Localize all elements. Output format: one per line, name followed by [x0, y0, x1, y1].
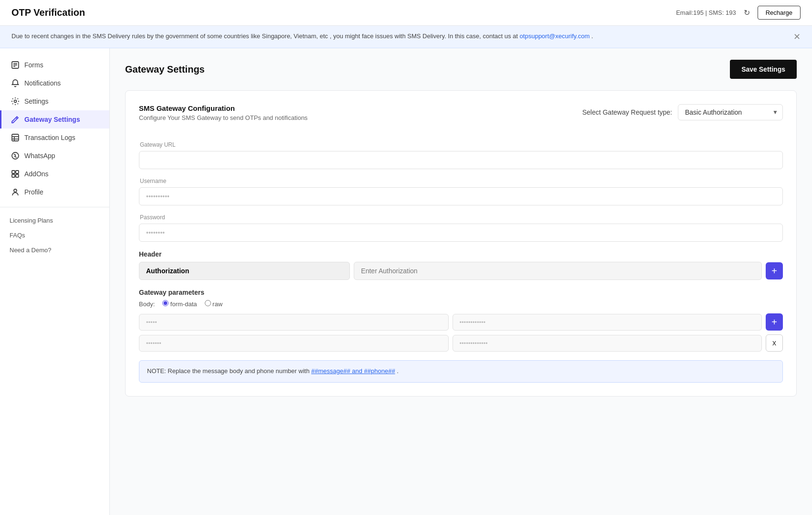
edit-icon — [11, 115, 20, 124]
sidebar-licensing-link[interactable]: Licensing Plans — [10, 213, 100, 228]
svg-point-4 — [14, 100, 17, 103]
header-row: + — [139, 262, 783, 280]
remove-param-button[interactable]: x — [766, 334, 783, 352]
sidebar-divider — [0, 207, 109, 207]
card-section-desc: Configure Your SMS Gateway to send OTPs … — [139, 114, 307, 121]
header-section-label: Header — [139, 250, 783, 258]
password-input[interactable] — [139, 224, 783, 242]
username-field: Username — [139, 178, 783, 205]
gateway-params-section: Gateway parameters Body: form-data raw + — [139, 289, 783, 352]
gateway-params-label: Gateway parameters — [139, 289, 783, 296]
sidebar-faqs-link[interactable]: FAQs — [10, 228, 100, 243]
profile-icon — [11, 188, 20, 196]
svg-rect-13 — [16, 174, 19, 177]
svg-point-14 — [14, 189, 17, 192]
addons-icon — [11, 170, 20, 178]
sidebar-notifications-label: Notifications — [24, 79, 61, 87]
sidebar-transaction-logs-label: Transaction Logs — [24, 134, 75, 141]
gateway-url-label: Gateway URL — [139, 141, 783, 148]
param-key-2[interactable] — [139, 335, 449, 352]
gateway-url-field: Gateway URL — [139, 141, 783, 169]
settings-icon — [11, 97, 20, 106]
svg-rect-10 — [12, 171, 15, 173]
form-data-radio[interactable] — [162, 300, 169, 306]
banner-message: Due to recent changes in the SMS Deliver… — [11, 32, 518, 40]
sidebar-item-profile[interactable]: Profile — [0, 183, 109, 201]
page-header: Gateway Settings Save Settings — [125, 60, 797, 79]
header-right: Email:195 | SMS: 193 ↻ Recharge — [676, 6, 801, 20]
svg-rect-5 — [12, 134, 19, 141]
note-suffix: . — [397, 367, 399, 375]
app-title: OTP Verification — [11, 7, 85, 18]
page-title: Gateway Settings — [125, 64, 205, 75]
raw-option[interactable]: raw — [205, 300, 223, 308]
sidebar-settings-label: Settings — [24, 97, 49, 105]
sidebar-bottom: Licensing Plans FAQs Need a Demo? — [0, 213, 109, 258]
card-header-row: SMS Gateway Configuration Configure Your… — [139, 104, 783, 130]
gateway-request-type-select[interactable]: Basic Authorization Bearer Token API Key… — [678, 104, 783, 120]
note-prefix: NOTE: Replace the message body and phone… — [147, 367, 309, 375]
save-settings-button[interactable]: Save Settings — [730, 60, 797, 79]
sidebar-item-whatsapp[interactable]: WhatsApp — [0, 147, 109, 165]
header-key-input[interactable] — [139, 262, 350, 280]
note-box: NOTE: Replace the message body and phone… — [139, 360, 783, 383]
banner-text: Due to recent changes in the SMS Deliver… — [11, 32, 593, 42]
sidebar-item-transaction-logs[interactable]: Transaction Logs — [0, 129, 109, 147]
sidebar-item-gateway-settings[interactable]: Gateway Settings — [0, 110, 109, 129]
sidebar-profile-label: Profile — [24, 188, 43, 196]
gateway-settings-card: SMS Gateway Configuration Configure Your… — [125, 90, 797, 397]
table-icon — [11, 133, 20, 142]
card-section-title: SMS Gateway Configuration — [139, 104, 307, 112]
sidebar: Forms Notifications Settings Gateway Set… — [0, 48, 110, 515]
sidebar-whatsapp-label: WhatsApp — [24, 152, 55, 160]
add-header-button[interactable]: + — [766, 262, 783, 279]
sidebar-item-notifications[interactable]: Notifications — [0, 74, 109, 92]
password-label: Password — [139, 214, 783, 221]
sidebar-forms-label: Forms — [24, 61, 43, 69]
add-param-button[interactable]: + — [766, 313, 783, 331]
param-val-2[interactable] — [453, 335, 762, 352]
sidebar-addons-label: AddOns — [24, 170, 49, 178]
sidebar-item-settings[interactable]: Settings — [0, 92, 109, 110]
password-field: Password — [139, 214, 783, 242]
select-gateway-label: Select Gateway Request type: — [582, 108, 672, 116]
param-val-1[interactable] — [453, 314, 762, 331]
param-key-1[interactable] — [139, 314, 449, 331]
sidebar-item-forms[interactable]: Forms — [0, 56, 109, 74]
param-row-2: x — [139, 334, 783, 352]
sidebar-gateway-settings-label: Gateway Settings — [24, 116, 80, 123]
body-type-row: Body: form-data raw — [139, 300, 783, 308]
banner-close-icon[interactable]: ✕ — [793, 32, 801, 42]
banner-suffix: . — [591, 32, 593, 40]
param-row-1: + — [139, 313, 783, 331]
select-wrapper: Basic Authorization Bearer Token API Key… — [678, 104, 783, 120]
main-content: Gateway Settings Save Settings SMS Gatew… — [110, 48, 812, 515]
refresh-icon[interactable]: ↻ — [744, 8, 750, 17]
info-banner: Due to recent changes in the SMS Deliver… — [0, 26, 812, 48]
whatsapp-icon — [11, 151, 20, 160]
top-header: OTP Verification Email:195 | SMS: 193 ↻ … — [0, 0, 812, 26]
svg-rect-11 — [16, 171, 19, 173]
credit-info: Email:195 | SMS: 193 — [676, 9, 736, 16]
note-link[interactable]: ##message## and ##phone## — [311, 367, 395, 375]
forms-icon — [11, 61, 20, 69]
gateway-url-input[interactable] — [139, 151, 783, 169]
recharge-button[interactable]: Recharge — [758, 6, 801, 20]
bell-icon — [11, 79, 20, 87]
svg-rect-12 — [12, 174, 15, 177]
username-input[interactable] — [139, 187, 783, 205]
layout: Forms Notifications Settings Gateway Set… — [0, 48, 812, 515]
header-section: Header + — [139, 250, 783, 280]
select-row: Select Gateway Request type: Basic Autho… — [582, 104, 783, 120]
form-data-option[interactable]: form-data — [162, 300, 197, 308]
body-label: Body: — [139, 300, 155, 308]
banner-email-link[interactable]: otpsupport@xecurify.com — [520, 32, 590, 40]
header-value-input[interactable] — [354, 262, 762, 280]
username-label: Username — [139, 178, 783, 184]
sidebar-demo-link[interactable]: Need a Demo? — [10, 243, 100, 258]
raw-radio[interactable] — [205, 300, 211, 306]
sidebar-item-addons[interactable]: AddOns — [0, 165, 109, 183]
card-section-info: SMS Gateway Configuration Configure Your… — [139, 104, 307, 121]
